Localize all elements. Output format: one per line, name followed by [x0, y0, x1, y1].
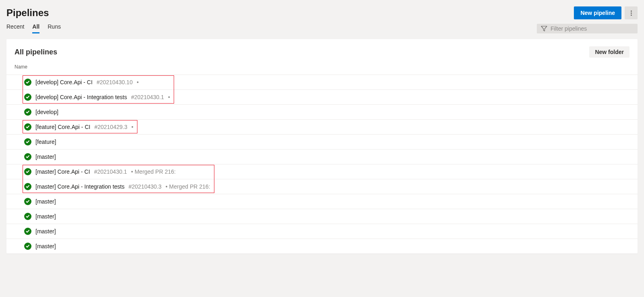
tab-runs[interactable]: Runs: [48, 23, 61, 33]
success-icon: [24, 183, 31, 190]
pipeline-row[interactable]: [master] Core.Api - CI#20210430.1• Merge…: [6, 164, 638, 179]
pipeline-row[interactable]: [master]: [6, 224, 638, 239]
success-icon: [24, 138, 31, 145]
pipeline-row[interactable]: [feature]: [6, 134, 638, 149]
success-icon: [24, 79, 31, 86]
pipeline-row[interactable]: [master]: [6, 209, 638, 224]
pipeline-name: [feature]: [35, 139, 56, 145]
pipelines-panel: All pipelines New folder Name [develop] …: [6, 39, 638, 253]
run-id: #20210430.3: [129, 183, 162, 190]
more-actions-button[interactable]: [625, 6, 638, 19]
new-folder-button[interactable]: New folder: [589, 46, 629, 58]
pipeline-name: [master]: [35, 198, 56, 205]
success-icon: [24, 153, 31, 160]
pipeline-row[interactable]: [master] Core.Api - Integration tests#20…: [6, 179, 638, 194]
run-meta: •: [168, 94, 170, 100]
success-icon: [24, 243, 31, 250]
pipeline-row[interactable]: [master]: [6, 194, 638, 209]
pipeline-name: [master]: [35, 213, 56, 220]
new-pipeline-button[interactable]: New pipeline: [574, 6, 621, 19]
column-header-name: Name: [6, 60, 638, 75]
tab-recent[interactable]: Recent: [6, 23, 24, 33]
pipeline-row[interactable]: [develop]: [6, 104, 638, 119]
filter-icon: [541, 25, 547, 32]
pipeline-name: [develop] Core.Api - CI: [35, 79, 93, 85]
pipeline-row[interactable]: [develop] Core.Api - Integration tests#2…: [6, 89, 638, 104]
run-meta: • Merged PR 216:: [166, 183, 210, 190]
run-id: #20210429.3: [94, 124, 127, 130]
pipeline-row[interactable]: [master]: [6, 149, 638, 164]
run-meta: •: [131, 124, 133, 130]
pipeline-name: [develop]: [35, 109, 58, 115]
pipeline-name: [develop] Core.Api - Integration tests: [35, 94, 127, 100]
panel-title: All pipelines: [15, 48, 57, 56]
filter-input[interactable]: [551, 25, 634, 32]
success-icon: [24, 93, 31, 101]
success-icon: [24, 168, 31, 175]
success-icon: [24, 213, 31, 220]
pipeline-name: [master]: [35, 228, 56, 235]
success-icon: [24, 108, 31, 116]
pipeline-row[interactable]: [master]: [6, 239, 638, 253]
filter-box[interactable]: [537, 24, 638, 33]
run-id: #20210430.1: [131, 94, 164, 100]
success-icon: [24, 198, 31, 205]
header-actions: New pipeline: [574, 6, 638, 19]
tabs: Recent All Runs: [6, 23, 61, 33]
pipeline-name: [master] Core.Api - Integration tests: [35, 183, 125, 190]
vertical-dots-icon: [631, 10, 632, 16]
pipeline-name: [master] Core.Api - CI: [35, 168, 90, 175]
pipeline-name: [master]: [35, 154, 56, 160]
pipeline-name: [master]: [35, 243, 56, 249]
pipeline-row[interactable]: [feature] Core.Api - CI#20210429.3•: [6, 119, 638, 134]
tab-all[interactable]: All: [32, 23, 39, 33]
run-meta: • Merged PR 216:: [131, 168, 176, 175]
success-icon: [24, 123, 31, 131]
run-meta: •: [137, 79, 139, 85]
success-icon: [24, 228, 31, 235]
pipeline-row[interactable]: [develop] Core.Api - CI#20210430.10•: [6, 75, 638, 89]
run-id: #20210430.10: [97, 79, 133, 85]
pipeline-name: [feature] Core.Api - CI: [35, 124, 90, 130]
run-id: #20210430.1: [94, 168, 127, 175]
page-title: Pipelines: [6, 7, 49, 19]
